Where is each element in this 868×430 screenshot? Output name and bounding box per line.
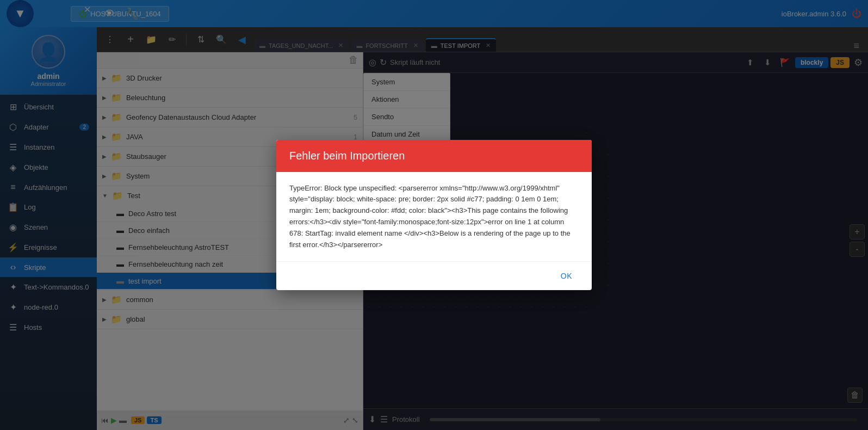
modal-ok-button[interactable]: OK (552, 267, 581, 285)
modal-footer: OK (276, 261, 592, 290)
modal-title: Fehler beim Importieren (289, 150, 405, 162)
modal-body-text: TypeError: Block type unspecified: <pars… (289, 184, 571, 249)
modal-dialog: Fehler beim Importieren TypeError: Block… (276, 140, 592, 291)
modal-overlay: Fehler beim Importieren TypeError: Block… (0, 0, 868, 430)
modal-body: TypeError: Block type unspecified: <pars… (276, 172, 592, 262)
modal-header: Fehler beim Importieren (276, 140, 592, 172)
